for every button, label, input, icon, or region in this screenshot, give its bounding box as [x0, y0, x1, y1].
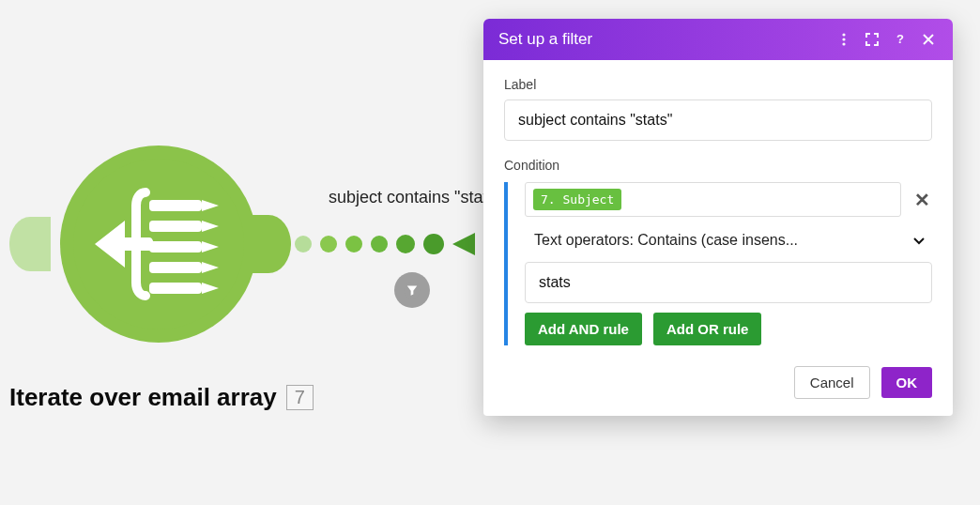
label-input[interactable]: [504, 99, 932, 141]
iterator-node[interactable]: [9, 145, 329, 343]
filter-setup-modal: Set up a filter ? Label Condition: [483, 19, 953, 416]
node-circle[interactable]: [60, 145, 257, 343]
add-and-rule-button[interactable]: Add AND rule: [525, 313, 642, 345]
operator-selected-label: Text operators: Contains (case insens...: [534, 232, 798, 249]
operator-select[interactable]: Text operators: Contains (case insens...: [525, 222, 932, 258]
modal-title: Set up a filter: [498, 30, 825, 49]
expand-icon: [865, 32, 880, 47]
svg-rect-0: [149, 200, 202, 211]
svg-point-13: [842, 42, 845, 45]
svg-point-12: [842, 38, 845, 40]
close-button[interactable]: [919, 30, 938, 49]
connector-filter-label: subject contains "stats": [329, 188, 502, 207]
funnel-icon: [404, 282, 421, 298]
ok-button[interactable]: OK: [881, 367, 933, 398]
label-field-label: Label: [504, 77, 932, 92]
help-button[interactable]: ?: [891, 30, 910, 49]
question-icon: ?: [893, 32, 908, 47]
close-icon: [921, 32, 936, 47]
expand-button[interactable]: [863, 30, 881, 49]
modal-header[interactable]: Set up a filter ?: [483, 19, 953, 60]
iterator-icon: [93, 183, 224, 305]
svg-marker-9: [202, 283, 219, 294]
kebab-icon: [836, 32, 851, 47]
filter-badge[interactable]: [394, 272, 430, 308]
node-output-port[interactable]: [246, 215, 291, 273]
svg-marker-7: [202, 262, 219, 273]
node-title: Iterate over email array: [9, 383, 277, 412]
svg-marker-1: [202, 200, 219, 211]
svg-text:?: ?: [896, 32, 904, 46]
svg-marker-3: [202, 221, 219, 232]
node-run-count[interactable]: 7: [286, 385, 314, 410]
more-options-button[interactable]: [835, 30, 853, 49]
condition-left-operand[interactable]: 7. Subject: [525, 182, 901, 217]
condition-field-label: Condition: [504, 158, 932, 173]
svg-marker-5: [202, 241, 219, 252]
connector-path[interactable]: [295, 233, 475, 255]
condition-block: 7. Subject ✕ Text operators: Contains (c…: [504, 182, 932, 345]
svg-rect-4: [149, 241, 202, 252]
remove-condition-button[interactable]: ✕: [912, 189, 932, 211]
add-or-rule-button[interactable]: Add OR rule: [653, 313, 762, 345]
cancel-button[interactable]: Cancel: [794, 366, 870, 399]
condition-value-input[interactable]: [525, 262, 932, 303]
node-input-port[interactable]: [9, 217, 51, 271]
chevron-down-icon: [911, 233, 926, 248]
svg-rect-6: [149, 262, 202, 273]
variable-chip[interactable]: 7. Subject: [533, 189, 621, 210]
scenario-canvas[interactable]: subject contains "stats" Iterate over em…: [0, 0, 980, 505]
svg-rect-2: [149, 221, 202, 232]
svg-rect-8: [149, 283, 202, 294]
svg-point-11: [842, 33, 845, 36]
